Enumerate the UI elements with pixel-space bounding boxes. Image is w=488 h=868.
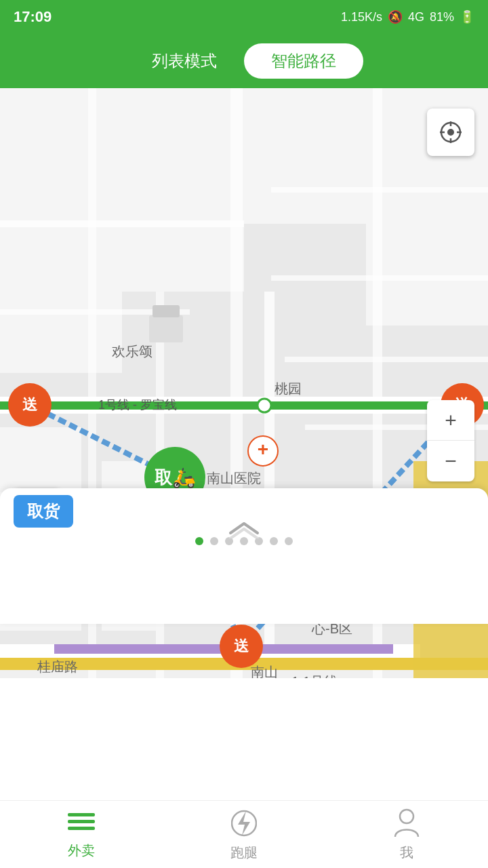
map-area: + 欢乐颂 桃园 南山医院 巷头 桂庙路 南山 1 1号线 滨海大道 南新路 瑞… (0, 88, 488, 678)
dot-1 (195, 537, 203, 545)
label-line11: 1 1号线 (291, 673, 338, 678)
marker-delivery-bottom[interactable]: 送 (220, 625, 263, 668)
signal-icon: 🔕 (388, 9, 403, 24)
svg-marker-53 (238, 811, 250, 835)
status-right: 1.15K/s 🔕 4G 81% 🔋 (341, 9, 474, 24)
battery-icon: 🔋 (460, 9, 474, 24)
bottom-nav: 外卖 跑腿 我 (0, 800, 488, 868)
svg-rect-37 (152, 305, 180, 317)
svg-text:+: + (258, 439, 268, 460)
label-hospital: 南山医院 (207, 469, 261, 488)
label-guimiao: 桂庙路 (37, 658, 78, 676)
svg-rect-26 (0, 401, 488, 410)
svg-point-41 (447, 129, 454, 136)
dot-2 (210, 537, 218, 545)
nav-item-paotui[interactable]: 跑腿 (163, 807, 325, 862)
label-taoyuan: 桃园 (274, 380, 302, 398)
svg-rect-2 (122, 88, 244, 292)
status-bar: 17:09 1.15K/s 🔕 4G 81% 🔋 (0, 0, 488, 34)
zoom-controls: + − (427, 400, 474, 481)
menu-icon (65, 809, 98, 837)
nav-label-waimai: 外卖 (68, 842, 95, 860)
svg-rect-50 (68, 820, 95, 823)
tab-list[interactable]: 列表模式 (125, 43, 244, 79)
bottom-panel: 取货 (0, 488, 488, 624)
svg-point-54 (400, 810, 413, 823)
dot-6 (270, 537, 278, 545)
dot-7 (285, 537, 293, 545)
time: 17:09 (14, 8, 52, 26)
panel-expand-handle[interactable] (224, 518, 264, 541)
nav-label-me: 我 (400, 844, 413, 862)
tab-smart-route[interactable]: 智能路径 (244, 43, 363, 79)
svg-rect-1 (0, 88, 122, 373)
svg-rect-3 (244, 88, 366, 224)
person-icon (392, 807, 421, 840)
label-line1: 1号线 - 罗宝线 (98, 397, 177, 413)
chevron-up-icon (224, 518, 264, 538)
svg-point-28 (258, 399, 271, 412)
nav-item-me[interactable]: 我 (325, 807, 488, 862)
label-huelsonge: 欢乐颂 (112, 342, 152, 361)
svg-rect-49 (68, 813, 95, 816)
zoom-in-button[interactable]: + (427, 400, 474, 441)
label-nanshan: 南山 (251, 663, 278, 678)
svg-rect-36 (149, 315, 183, 342)
network-type: 4G (408, 10, 424, 24)
nav-item-waimai[interactable]: 外卖 (0, 809, 163, 860)
nav-label-paotui: 跑腿 (230, 844, 258, 862)
lightning-icon (231, 807, 257, 840)
pickup-badge[interactable]: 取货 (14, 495, 73, 528)
location-button[interactable] (427, 108, 474, 156)
battery: 81% (430, 10, 454, 24)
crosshair-icon (439, 120, 463, 144)
marker-delivery-left[interactable]: 送 (8, 383, 52, 427)
svg-rect-51 (68, 827, 95, 830)
network-speed: 1.15K/s (341, 10, 382, 24)
tab-bar: 列表模式 智能路径 (0, 34, 488, 88)
zoom-out-button[interactable]: − (427, 441, 474, 481)
